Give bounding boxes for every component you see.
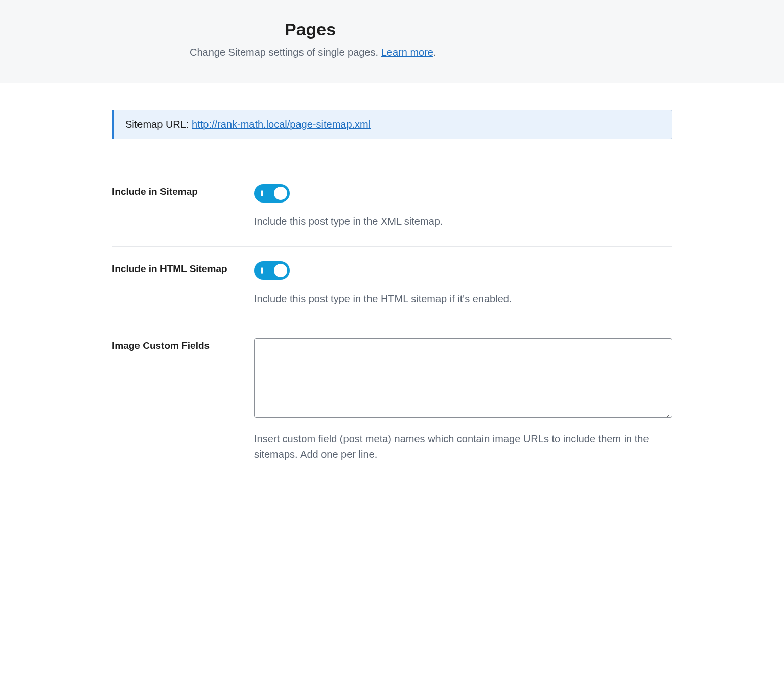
- include-sitemap-label: Include in Sitemap: [112, 184, 244, 199]
- sitemap-url-link[interactable]: http://rank-math.local/page-sitemap.xml: [192, 119, 371, 130]
- include-sitemap-description: Include this post type in the XML sitema…: [254, 214, 672, 229]
- sitemap-url-notice: Sitemap URL: http://rank-math.local/page…: [112, 110, 672, 139]
- learn-more-link[interactable]: Learn more: [381, 47, 433, 58]
- include-html-sitemap-toggle[interactable]: [254, 261, 290, 280]
- subtitle-prefix: Change Sitemap settings of single pages.: [190, 47, 381, 58]
- toggle-knob: [274, 264, 287, 277]
- include-sitemap-control: Include this post type in the XML sitema…: [254, 184, 672, 229]
- content-area: Sitemap URL: http://rank-math.local/page…: [112, 83, 672, 520]
- setting-row-image-custom-fields: Image Custom Fields Insert custom field …: [112, 324, 672, 479]
- setting-row-include-html-sitemap: Include in HTML Sitemap Include this pos…: [112, 247, 672, 324]
- include-html-sitemap-description: Include this post type in the HTML sitem…: [254, 291, 672, 306]
- image-custom-fields-control: Insert custom field (post meta) names wh…: [254, 338, 672, 462]
- toggle-knob: [274, 187, 287, 200]
- image-custom-fields-description: Insert custom field (post meta) names wh…: [254, 431, 672, 462]
- image-custom-fields-textarea[interactable]: [254, 338, 672, 418]
- header-inner: Pages Change Sitemap settings of single …: [111, 19, 673, 58]
- page-title: Pages: [285, 19, 673, 39]
- include-html-sitemap-label: Include in HTML Sitemap: [112, 261, 244, 276]
- image-custom-fields-label: Image Custom Fields: [112, 338, 244, 353]
- toggle-on-indicator-icon: [261, 190, 263, 196]
- include-html-sitemap-control: Include this post type in the HTML sitem…: [254, 261, 672, 306]
- subtitle-suffix: .: [433, 47, 436, 58]
- include-sitemap-toggle[interactable]: [254, 184, 290, 203]
- page-header: Pages Change Sitemap settings of single …: [0, 0, 784, 83]
- notice-label: Sitemap URL:: [125, 119, 192, 130]
- page-subtitle: Change Sitemap settings of single pages.…: [190, 47, 673, 58]
- setting-row-include-sitemap: Include in Sitemap Include this post typ…: [112, 170, 672, 247]
- toggle-on-indicator-icon: [261, 267, 263, 274]
